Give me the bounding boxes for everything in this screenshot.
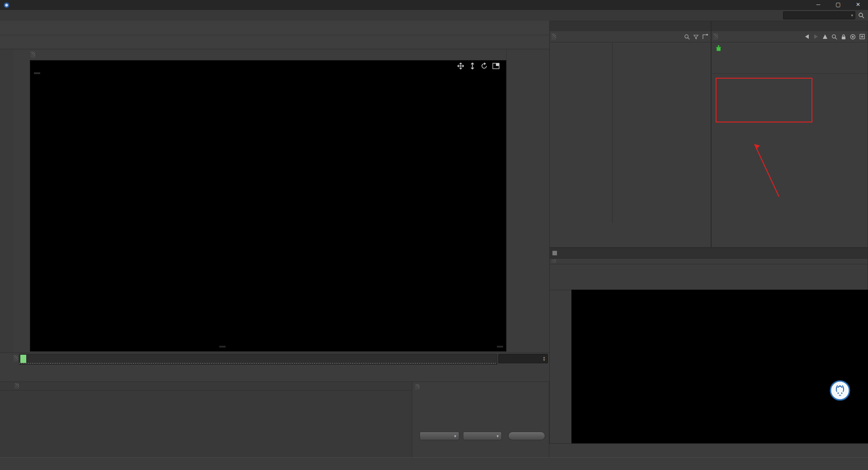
- coordinates-panel: ▾ ▾: [412, 382, 549, 457]
- playhead[interactable]: [20, 355, 26, 363]
- zoom-view-icon[interactable]: [469, 62, 476, 70]
- rv-window-icon: [552, 251, 557, 255]
- close-button[interactable]: ✕: [848, 0, 868, 10]
- history-back-icon[interactable]: [804, 34, 810, 39]
- main-toolbar: [0, 21, 549, 35]
- attribute-manager: [711, 21, 868, 248]
- right-dock-palette: [506, 49, 550, 352]
- modeling-toolbar: [0, 35, 549, 49]
- status-bar: [0, 457, 868, 470]
- history-forward-icon[interactable]: [813, 34, 819, 39]
- mat-grip[interactable]: [14, 383, 19, 389]
- view-label[interactable]: [34, 72, 40, 74]
- framerate-readout: [219, 346, 226, 348]
- cloth-surface-icon: [715, 45, 722, 52]
- track-icon[interactable]: [850, 34, 856, 40]
- coords-grip[interactable]: [415, 384, 420, 390]
- timeline-grip[interactable]: [14, 355, 18, 362]
- rv-grip[interactable]: [552, 259, 556, 263]
- viewport-scene[interactable]: [30, 60, 506, 352]
- am-grip[interactable]: [713, 33, 718, 40]
- viewport-panel: [29, 49, 506, 352]
- app-icon: [4, 2, 9, 8]
- minimize-button[interactable]: ─: [808, 0, 828, 10]
- om-filter-icon[interactable]: [693, 34, 699, 40]
- om-search-icon[interactable]: [684, 34, 690, 40]
- ruler-end-frame-box[interactable]: ▲▼: [498, 354, 548, 363]
- left-dock-palette: [0, 49, 14, 382]
- cinema4d-window: ─ ▢ ✕ ▾: [0, 0, 868, 470]
- maximize-button[interactable]: ▢: [828, 0, 848, 10]
- pan-view-icon[interactable]: [457, 62, 464, 70]
- toggle-panel-icon[interactable]: [492, 62, 500, 70]
- grid-spacing-readout: [497, 346, 503, 348]
- interface-select[interactable]: ▾: [783, 11, 855, 19]
- redshift-renderview: [549, 248, 868, 444]
- apply-button[interactable]: [508, 432, 545, 440]
- om-grip[interactable]: [552, 33, 556, 40]
- lock-icon[interactable]: [841, 34, 846, 40]
- object-manager: [549, 21, 711, 248]
- size-mode-select[interactable]: ▾: [463, 432, 502, 440]
- am-search-icon[interactable]: [831, 34, 837, 40]
- om-path-icon[interactable]: [702, 34, 708, 40]
- timeline-ruler[interactable]: [19, 354, 497, 365]
- title-bar: ─ ▢ ✕: [0, 0, 868, 10]
- new-panel-icon[interactable]: [859, 34, 865, 39]
- viewport-nav-icons: [457, 62, 500, 70]
- search-icon[interactable]: [858, 12, 864, 19]
- brand-logo: [830, 380, 850, 401]
- viewport-grip[interactable]: [31, 52, 35, 58]
- timeline-panel: ▲▼: [0, 352, 549, 382]
- material-manager: [0, 382, 412, 457]
- arrow-up-icon[interactable]: [822, 34, 828, 39]
- viewport-menu: [29, 49, 506, 60]
- rotate-view-icon[interactable]: [481, 62, 488, 70]
- render-image-area[interactable]: [571, 290, 868, 443]
- brand-vertical: [8, 408, 14, 457]
- position-mode-select[interactable]: ▾: [420, 432, 459, 440]
- left-dock-modes: [14, 49, 29, 352]
- main-menu-bar: ▾: [0, 10, 868, 21]
